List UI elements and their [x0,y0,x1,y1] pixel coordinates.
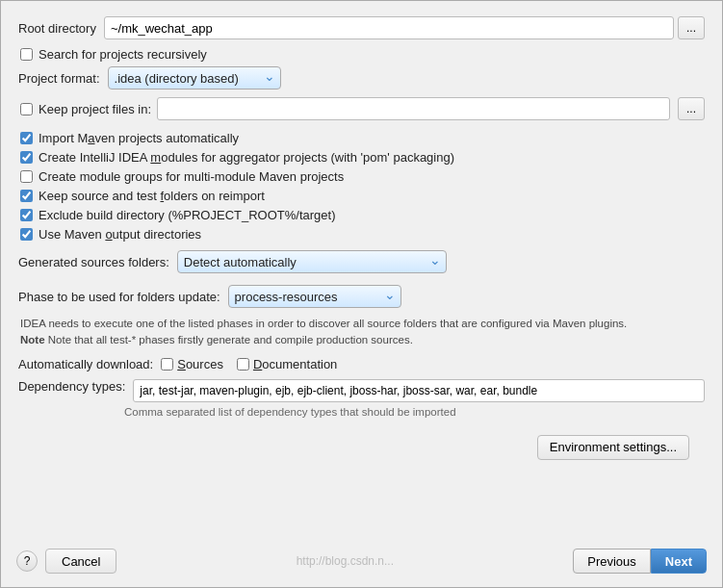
note-text: IDEA needs to execute one of the listed … [18,316,705,349]
project-format-label: Project format: [18,71,100,86]
dependency-types-label: Dependency types: [18,379,125,394]
phase-row: Phase to be used for folders update: pro… [18,285,705,308]
phase-label: Phase to be used for folders update: [18,290,220,304]
generated-sources-select-wrapper: Detect automatically Don't detect Genera… [177,250,447,273]
sources-checkbox[interactable] [161,358,173,371]
previous-button[interactable]: Previous [573,549,651,574]
help-button[interactable]: ? [16,550,38,572]
auto-download-label: Automatically download: [18,357,153,371]
keep-source-label: Keep source and test folders on reimport [39,189,265,203]
generated-sources-label: Generated sources folders: [18,255,169,269]
project-format-select[interactable]: .idea (directory based) Eclipse (.projec… [108,66,281,89]
root-directory-input[interactable] [104,16,674,39]
keep-project-files-browse-button[interactable]: ... [678,97,705,120]
generated-sources-select[interactable]: Detect automatically Don't detect Genera… [177,250,447,273]
next-button[interactable]: Next [651,549,707,574]
project-format-select-wrapper: .idea (directory based) Eclipse (.projec… [108,66,281,89]
import-maven-row: Import Maven projects automatically [18,131,705,145]
env-settings-row: Environment settings... [18,427,705,473]
keep-project-files-label: Keep project files in: [39,102,151,116]
dependency-types-input[interactable] [133,379,705,402]
use-maven-output-row: Use Maven output directories [18,227,705,242]
keep-project-files-checkbox[interactable] [20,103,33,115]
create-module-groups-row: Create module groups for multi-module Ma… [18,169,705,184]
footer: ? Cancel http://blog.csdn.n... Previous … [1,549,722,587]
exclude-build-label: Exclude build directory (%PROJECT_ROOT%/… [39,208,335,222]
cancel-button[interactable]: Cancel [45,549,116,574]
phase-select-wrapper: process-resources generate-sources gener… [228,285,401,308]
keep-source-checkbox[interactable] [20,190,33,202]
import-maven-label: Import Maven projects automatically [39,131,239,145]
project-format-row: Project format: .idea (directory based) … [18,66,705,89]
root-directory-browse-button[interactable]: ... [678,16,705,39]
documentation-label: Documentation [253,357,337,371]
dependency-types-hint: Comma separated list of dependency types… [18,406,705,418]
watermark: http://blog.csdn.n... [116,554,573,568]
documentation-checkbox[interactable] [237,358,249,371]
use-maven-output-checkbox[interactable] [20,228,33,241]
generated-sources-row: Generated sources folders: Detect automa… [18,250,705,273]
search-recursively-checkbox[interactable] [20,48,33,61]
phase-select[interactable]: process-resources generate-sources gener… [228,285,401,308]
create-module-groups-checkbox[interactable] [20,170,33,183]
sources-label: Sources [177,357,223,371]
exclude-build-checkbox[interactable] [20,209,33,221]
env-settings-button[interactable]: Environment settings... [537,435,689,460]
search-recursively-row: Search for projects recursively [18,47,705,62]
create-module-groups-label: Create module groups for multi-module Ma… [39,169,344,184]
search-recursively-label: Search for projects recursively [39,47,207,62]
keep-source-row: Keep source and test folders on reimport [18,189,705,203]
root-directory-label: Root directory [18,21,96,36]
dependency-types-row: Dependency types: [18,379,705,402]
keep-project-files-row: Keep project files in: ... [18,97,705,120]
import-maven-checkbox[interactable] [20,132,33,144]
content-area: Root directory ... Search for projects r… [1,1,722,549]
use-maven-output-label: Use Maven output directories [39,227,201,242]
dialog: Root directory ... Search for projects r… [0,0,723,588]
create-intellij-checkbox[interactable] [20,151,33,164]
keep-project-files-input[interactable] [157,97,670,120]
auto-download-row: Automatically download: Sources Document… [18,357,705,371]
root-directory-row: Root directory ... [18,16,705,39]
create-intellij-label: Create IntelliJ IDEA modules for aggrega… [39,150,454,165]
create-intellij-row: Create IntelliJ IDEA modules for aggrega… [18,150,705,165]
exclude-build-row: Exclude build directory (%PROJECT_ROOT%/… [18,208,705,222]
